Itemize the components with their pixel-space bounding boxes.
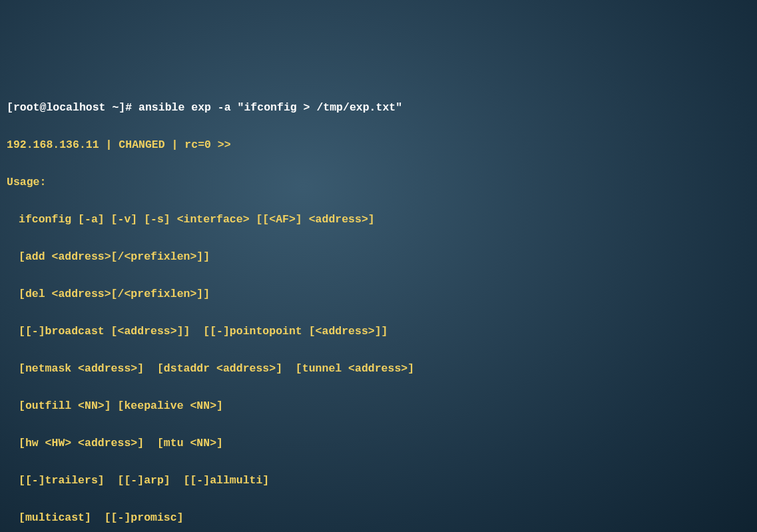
usage-line: [[-]trailers] [[-]arp] [[-]allmulti] (7, 471, 750, 490)
usage-line: [add <address>[/<prefixlen>]] (7, 248, 750, 266)
ansible-result-header: 192.168.136.11 | CHANGED | rc=0 >> (7, 136, 750, 154)
shell-prompt: [root@localhost ~]# (7, 101, 138, 114)
usage-label: Usage: (7, 173, 750, 192)
usage-line: [del <address>[/<prefixlen>]] (7, 285, 750, 304)
usage-line: [netmask <address>] [dstaddr <address>] … (7, 360, 750, 378)
usage-line: [hw <HW> <address>] [mtu <NN>] (7, 434, 750, 453)
usage-line: [multicast] [[-]promisc] (7, 509, 750, 527)
usage-line: [[-]broadcast [<address>]] [[-]pointopoi… (7, 322, 750, 341)
usage-line: [outfill <NN>] [keepalive <NN>] (7, 397, 750, 415)
usage-line: ifconfig [-a] [-v] [-s] <interface> [[<A… (7, 210, 750, 229)
shell-command: ansible exp -a "ifconfig > /tmp/exp.txt" (138, 101, 402, 114)
terminal-output[interactable]: [root@localhost ~]# ansible exp -a "ifco… (7, 80, 750, 532)
